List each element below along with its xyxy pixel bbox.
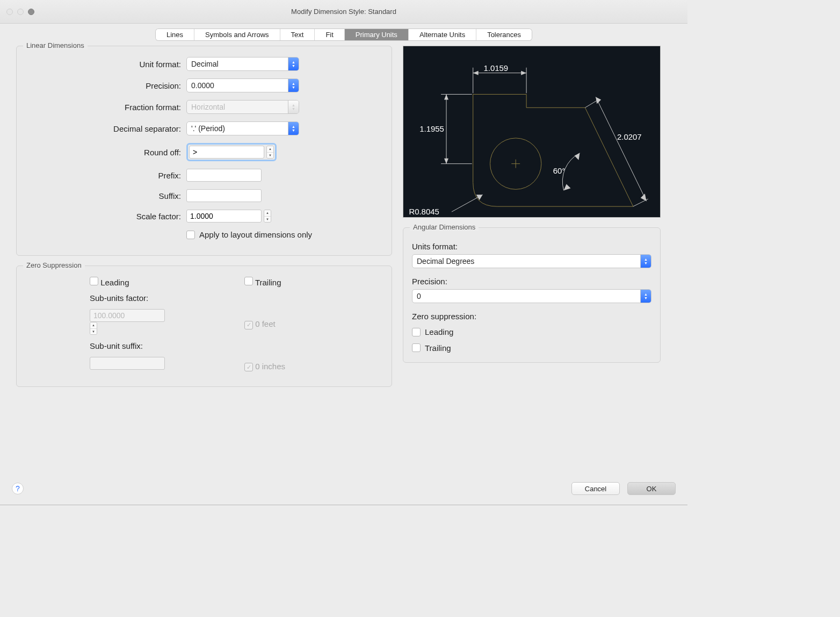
- subunit-suffix-label: Sub-unit suffix:: [90, 341, 228, 350]
- unit-format-value: Decimal: [191, 60, 219, 68]
- zero-leading-checkbox[interactable]: Leading: [90, 277, 228, 287]
- linear-legend: Linear Dimensions: [23, 41, 88, 49]
- unit-format-label: Unit format:: [25, 60, 186, 69]
- checkbox-box: [90, 277, 98, 285]
- preview-dim-top: 1.0159: [484, 64, 509, 73]
- preview-angle: 60°: [553, 167, 566, 175]
- zero-suppression-group: Zero Suppression Leading Sub-units facto…: [16, 266, 392, 387]
- tab-primary-units[interactable]: Primary Units: [345, 29, 409, 40]
- subunits-factor-label: Sub-units factor:: [90, 293, 228, 303]
- round-off-label: Round off:: [25, 148, 186, 157]
- tab-lines[interactable]: Lines: [156, 29, 194, 40]
- tab-fit[interactable]: Fit: [315, 29, 344, 40]
- zero-inches-checkbox: 0 inches: [244, 362, 383, 372]
- zero-leading-label: Leading: [100, 278, 129, 287]
- chevron-up-down-icon: ▲▼: [640, 290, 651, 303]
- apply-layout-label: Apply to layout dimensions only: [199, 230, 312, 239]
- angular-precision-label: Precision:: [412, 277, 651, 286]
- scale-factor-input[interactable]: [186, 210, 262, 223]
- preview-dim-diag: 2.0207: [617, 133, 642, 141]
- angular-units-format-value: Decimal Degrees: [417, 257, 474, 266]
- unit-format-select[interactable]: Decimal ▲▼: [186, 57, 299, 71]
- round-off-input[interactable]: [189, 146, 264, 159]
- chevron-up-down-icon: ▲▼: [640, 255, 651, 268]
- zero-inches-label: 0 inches: [255, 362, 285, 371]
- subunit-suffix-input: [90, 357, 165, 370]
- subunits-factor-input: [90, 309, 165, 322]
- content-area: Linear Dimensions Unit format: Decimal ▲…: [0, 40, 687, 475]
- round-off-stepper[interactable]: ▲▼: [266, 146, 274, 159]
- titlebar: Modify Dimension Style: Standard: [0, 0, 687, 24]
- precision-select[interactable]: 0.0000 ▲▼: [186, 78, 299, 92]
- ok-button[interactable]: OK: [627, 482, 676, 495]
- angular-units-format-select[interactable]: Decimal Degrees ▲▼: [412, 254, 651, 268]
- suffix-input[interactable]: [186, 189, 262, 202]
- zero-feet-label: 0 feet: [255, 319, 276, 328]
- preview-dim-left: 1.1955: [419, 125, 444, 133]
- tab-tolerances[interactable]: Tolerances: [476, 29, 532, 40]
- preview-radius: R0.8045: [409, 207, 439, 216]
- subunits-factor-stepper: ▲▼: [90, 322, 97, 335]
- help-button[interactable]: ?: [12, 483, 24, 494]
- zero-trailing-checkbox[interactable]: Trailing: [244, 277, 383, 287]
- fraction-format-label: Fraction format:: [25, 103, 186, 112]
- chevron-up-down-icon: ▲▼: [288, 101, 299, 113]
- checkbox-box: [244, 321, 253, 329]
- chevron-up-down-icon: ▲▼: [288, 79, 299, 92]
- zero-legend: Zero Suppression: [23, 261, 85, 269]
- tab-symbols-arrows[interactable]: Symbols and Arrows: [194, 29, 280, 40]
- checkbox-box: [412, 328, 421, 336]
- precision-label: Precision:: [25, 81, 186, 90]
- fraction-format-value: Horizontal: [191, 103, 225, 111]
- scale-factor-stepper[interactable]: ▲▼: [264, 210, 271, 223]
- prefix-input[interactable]: [186, 169, 262, 182]
- decimal-separator-value: '.' (Period): [191, 124, 225, 133]
- angular-dimensions-group: Angular Dimensions Units format: Decimal…: [403, 227, 661, 363]
- zero-feet-checkbox: 0 feet: [244, 319, 383, 329]
- angular-precision-select[interactable]: 0 ▲▼: [412, 289, 651, 303]
- angular-trailing-checkbox[interactable]: Trailing: [412, 343, 451, 353]
- suffix-label: Suffix:: [25, 191, 186, 200]
- dialog-footer: ? Cancel OK: [0, 475, 687, 505]
- checkbox-box: [244, 363, 253, 371]
- checkbox-box: [412, 343, 421, 352]
- apply-layout-checkbox[interactable]: Apply to layout dimensions only: [186, 230, 312, 239]
- angular-zero-suppression-label: Zero suppression:: [412, 312, 651, 321]
- decimal-separator-select[interactable]: '.' (Period) ▲▼: [186, 121, 299, 135]
- precision-value: 0.0000: [191, 81, 214, 90]
- angular-precision-value: 0: [417, 292, 421, 300]
- tab-text[interactable]: Text: [280, 29, 315, 40]
- scale-factor-label: Scale factor:: [25, 212, 186, 221]
- decimal-separator-label: Decimal separator:: [25, 124, 186, 133]
- checkbox-box: [244, 277, 253, 285]
- prefix-label: Prefix:: [25, 171, 186, 180]
- focus-ring: ▲▼: [186, 143, 277, 161]
- zero-trailing-label: Trailing: [255, 278, 281, 287]
- tabs: Lines Symbols and Arrows Text Fit Primar…: [156, 29, 532, 40]
- chevron-up-down-icon: ▲▼: [288, 58, 299, 70]
- angular-units-format-label: Units format:: [412, 242, 651, 251]
- tab-alternate-units[interactable]: Alternate Units: [409, 29, 476, 40]
- dimension-preview: 1.0159 1.1955 2.0207 60°: [403, 46, 661, 218]
- angular-legend: Angular Dimensions: [410, 223, 479, 231]
- window-title: Modify Dimension Style: Standard: [0, 8, 687, 16]
- chevron-up-down-icon: ▲▼: [288, 122, 299, 135]
- dialog-window: Modify Dimension Style: Standard Lines S…: [0, 0, 687, 505]
- tab-bar: Lines Symbols and Arrows Text Fit Primar…: [0, 29, 687, 40]
- angular-trailing-label: Trailing: [425, 343, 451, 353]
- angular-leading-checkbox[interactable]: Leading: [412, 327, 453, 336]
- angular-leading-label: Leading: [425, 327, 453, 336]
- cancel-button[interactable]: Cancel: [571, 482, 620, 495]
- linear-dimensions-group: Linear Dimensions Unit format: Decimal ▲…: [16, 46, 392, 256]
- fraction-format-select: Horizontal ▲▼: [186, 100, 299, 114]
- checkbox-box: [186, 231, 195, 239]
